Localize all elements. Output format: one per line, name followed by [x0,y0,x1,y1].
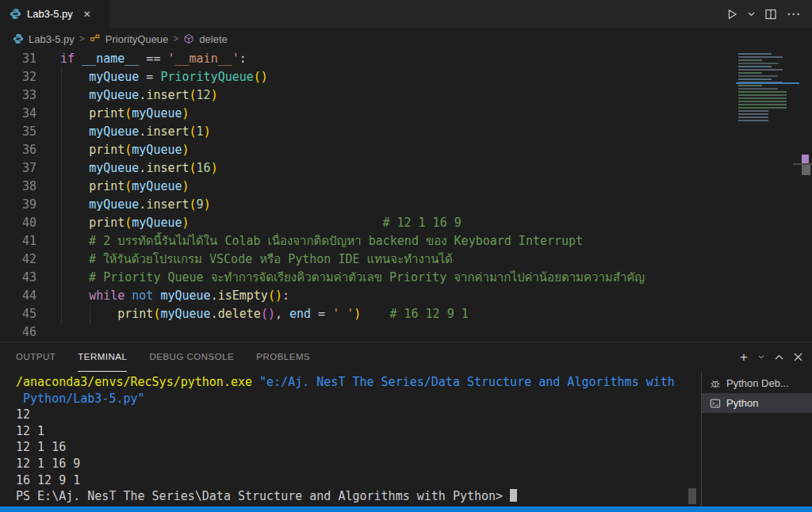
class-icon [90,33,101,44]
run-dropdown-icon[interactable] [748,12,755,17]
line-number: 34 [0,105,36,123]
line-number: 41 [0,232,36,250]
terminal-line: 12 1 [16,423,700,440]
code-line[interactable]: 42 # ให้รันด้วยโปรแกรม VSCode หรือ Pytho… [0,250,812,269]
editor-tab-bar: Lab3-5.py ✕ ⋯ [0,0,812,28]
minimap[interactable] [736,52,799,337]
line-number: 31 [0,50,36,68]
code-line[interactable]: 43 # Priority Queue จะทำการจัดเรียงคิวตา… [0,269,812,287]
tab-output[interactable]: OUTPUT [16,342,56,372]
terminal-tab-label: Python Deb... [726,377,789,389]
line-number: 39 [0,196,36,214]
tab-problems[interactable]: PROBLEMS [256,342,310,372]
overview-ruler-marker [802,155,809,163]
line-number: 38 [0,178,36,196]
terminal-tabs-list: Python Deb... Python [701,372,812,506]
line-number: 43 [0,269,36,287]
split-editor-icon[interactable] [764,8,777,21]
line-number: 36 [0,141,36,159]
code-lines: 31if __name__ == '__main__':32 myQueue =… [0,50,812,342]
terminal-line: 12 1 16 [16,439,700,456]
code-line[interactable]: 41 # 2 บรรทัดนี้รันไม่ได้ใน Colab เนื่อง… [0,232,812,250]
indent-guide [90,305,90,323]
code-line[interactable]: 32 myQueue = PriorityQueue() [0,68,812,86]
terminal-line: Python/Lab3-5.py" [16,391,700,407]
code-line[interactable]: 45 print(myQueue.delete(), end = ' ') # … [0,305,812,323]
code-line[interactable]: 33 myQueue.insert(12) [0,86,812,105]
code-line[interactable]: 35 myQueue.insert(1) [0,123,812,141]
breadcrumb-item-method[interactable]: delete [199,33,227,45]
tab-debug-console[interactable]: DEBUG CONSOLE [149,342,234,372]
editor-actions: ⋯ [726,0,812,28]
breadcrumb-separator: > [173,33,178,44]
line-number: 32 [0,68,36,86]
panel-header: OUTPUT TERMINAL DEBUG CONSOLE PROBLEMS + [0,342,812,372]
code-line[interactable]: 31if __name__ == '__main__': [0,50,812,68]
indent-guide [61,68,62,323]
terminal-line: 12 [16,407,700,423]
python-file-icon [13,33,24,44]
breadcrumb-item-class[interactable]: PriorityQueue [105,33,168,45]
tab-lab3-5[interactable]: Lab3-5.py ✕ [0,0,109,28]
line-number: 46 [0,323,36,342]
panel-body: /anaconda3/envs/RecSys/python.exe "e:/Aj… [0,372,812,506]
terminal-tab-label: Python [726,397,758,409]
minimap-highlight [736,82,799,84]
panel-actions: + [740,342,802,372]
editor-scrollbar-handle[interactable] [802,165,810,175]
terminal-icon [710,398,721,409]
code-line[interactable]: 40 print(myQueue) # 12 1 16 9 [0,214,812,232]
new-terminal-icon[interactable]: + [740,350,748,365]
code-line[interactable]: 34 print(myQueue) [0,105,812,123]
code-editor[interactable]: 31if __name__ == '__main__':32 myQueue =… [0,50,812,342]
code-line[interactable]: 46 [0,323,812,342]
code-line[interactable]: 38 print(myQueue) [0,178,812,196]
terminal-viewport[interactable]: /anaconda3/envs/RecSys/python.exe "e:/Aj… [0,372,700,506]
terminal-line: PS E:\Aj. NesT The Series\Data Structure… [16,488,700,505]
terminal-dropdown-icon[interactable] [758,355,764,359]
maximize-panel-icon[interactable] [775,354,783,360]
method-icon [183,33,194,44]
tab-label: Lab3-5.py [27,8,73,20]
terminal-line: /anaconda3/envs/RecSys/python.exe "e:/Aj… [16,374,700,391]
debug-icon [710,378,721,389]
run-icon[interactable] [726,8,738,21]
code-line[interactable]: 39 myQueue.insert(9) [0,196,812,214]
terminal-line: 12 1 16 9 [16,456,700,472]
terminal-cursor [510,489,517,502]
code-line[interactable]: 36 print(myQueue) [0,141,812,159]
terminal-tab-python[interactable]: Python [702,393,812,413]
close-panel-icon[interactable] [794,353,802,361]
line-number: 35 [0,123,36,141]
close-tab-icon[interactable]: ✕ [83,9,91,20]
window-bottom-accent [0,506,812,512]
line-number: 42 [0,250,36,269]
terminal-scrollbar-handle[interactable] [688,488,696,504]
more-actions-icon[interactable]: ⋯ [787,6,801,22]
terminal-line: 16 12 9 1 [16,472,700,489]
line-number: 45 [0,305,36,323]
line-number: 40 [0,214,36,232]
tab-terminal[interactable]: TERMINAL [78,342,127,372]
code-line[interactable]: 44 while not myQueue.isEmpty(): [0,287,812,305]
breadcrumb-item-file[interactable]: Lab3-5.py [29,33,75,45]
bottom-panel: OUTPUT TERMINAL DEBUG CONSOLE PROBLEMS +… [0,342,812,506]
line-number: 37 [0,159,36,178]
terminal-tab-python-debug[interactable]: Python Deb... [702,373,812,393]
line-number: 33 [0,86,36,105]
breadcrumb: Lab3-5.py > PriorityQueue > delete [0,28,812,50]
python-file-icon [10,8,21,20]
code-line[interactable]: 37 myQueue.insert(16) [0,159,812,178]
line-number: 44 [0,287,36,305]
breadcrumb-separator: > [79,33,85,44]
